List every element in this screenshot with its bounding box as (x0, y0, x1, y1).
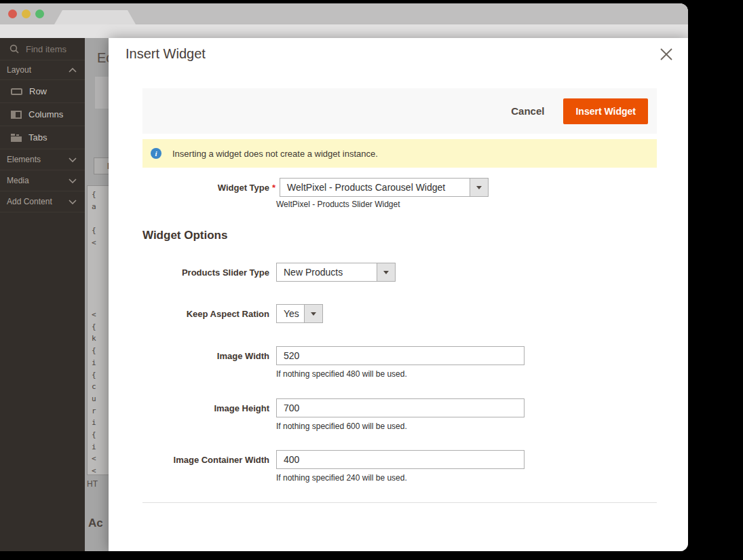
image-container-width-input[interactable] (276, 450, 525, 469)
info-icon: i (151, 148, 161, 159)
widget-type-note: WeltPixel - Products Slider Widget (276, 200, 400, 209)
products-slider-type-label: Products Slider Type (142, 267, 269, 278)
widget-type-dropdown-button[interactable] (470, 179, 488, 196)
sidebar-item-columns[interactable]: Columns (0, 103, 85, 126)
sidebar-item-label: Row (29, 86, 47, 96)
page-content: Find items Layout Row Columns (0, 38, 688, 551)
background-html-label-fragment: HT (87, 479, 98, 489)
image-height-row: Image Height (142, 398, 657, 417)
keep-aspect-ration-row: Keep Aspect Ration Yes (142, 304, 657, 323)
image-width-label: Image Width (142, 351, 269, 361)
image-height-label: Image Height (142, 403, 269, 413)
browser-titlebar (0, 3, 688, 24)
browser-window: Find items Layout Row Columns (0, 3, 688, 551)
sidebar-group-label: Media (7, 176, 29, 185)
image-width-note: If nothing specified 480 will be used. (276, 369, 407, 379)
widget-type-value: WeltPixel - Products Carousel Widget (280, 179, 470, 196)
sidebar-group-elements[interactable]: Elements (0, 149, 85, 170)
pagebuilder-sidebar: Find items Layout Row Columns (0, 38, 85, 551)
notice-banner: i Inserting a widget does not create a w… (142, 139, 657, 168)
background-button-fragment: I (94, 157, 109, 174)
sidebar-item-label: Tabs (28, 132, 47, 143)
keep-aspect-ration-dropdown-button[interactable] (304, 305, 322, 322)
keep-aspect-ration-select[interactable]: Yes (276, 304, 323, 323)
sidebar-group-add-content[interactable]: Add Content (0, 191, 85, 212)
row-icon (11, 88, 22, 95)
image-height-note: If nothing specified 600 will be used. (276, 422, 407, 431)
dimmed-background-page: Ec I { a { < < { k { i { c u r i { i < <… (85, 38, 109, 551)
cancel-button[interactable]: Cancel (511, 105, 544, 117)
window-zoom-button[interactable] (35, 10, 44, 18)
insert-widget-modal: Insert Widget Cancel Insert Widget i Ins… (109, 38, 688, 551)
chevron-up-icon (69, 68, 77, 73)
tabs-icon (11, 134, 22, 142)
image-width-input[interactable] (276, 346, 525, 365)
products-slider-type-row: Products Slider Type New Products (142, 263, 657, 282)
browser-toolbar (0, 24, 688, 38)
sidebar-group-label: Add Content (7, 197, 52, 206)
sidebar-item-label: Columns (28, 109, 63, 119)
modal-title: Insert Widget (126, 46, 206, 62)
sidebar-item-row[interactable]: Row (0, 80, 85, 103)
image-height-input[interactable] (276, 398, 525, 417)
image-width-row: Image Width (142, 346, 657, 365)
close-icon[interactable] (658, 46, 674, 62)
background-panel-fragment (95, 77, 109, 109)
keep-aspect-ration-label: Keep Aspect Ration (142, 309, 269, 319)
products-slider-type-select[interactable]: New Products (276, 263, 396, 282)
chevron-down-icon (69, 179, 77, 183)
image-container-width-label: Image Container Width (142, 455, 269, 465)
window-minimize-button[interactable] (22, 10, 31, 18)
required-mark: * (272, 183, 275, 193)
sidebar-group-label: Layout (7, 65, 31, 75)
notice-text: Inserting a widget does not create a wid… (172, 149, 378, 159)
sidebar-group-label: Elements (7, 155, 41, 164)
keep-aspect-ration-value: Yes (277, 305, 304, 322)
products-slider-type-dropdown-button[interactable] (377, 263, 395, 281)
search-icon (9, 44, 19, 54)
chevron-down-icon (69, 157, 77, 162)
sidebar-search-placeholder: Find items (26, 44, 66, 54)
widget-type-select[interactable]: WeltPixel - Products Carousel Widget (280, 178, 489, 197)
sidebar-group-media[interactable]: Media (0, 170, 85, 191)
browser-tab[interactable] (54, 10, 136, 24)
sidebar-search[interactable]: Find items (0, 38, 85, 60)
background-heading-fragment: Ec (97, 50, 109, 66)
caret-down-icon (311, 312, 316, 316)
chevron-down-icon (69, 200, 77, 204)
background-advanced-heading-fragment: Ac (88, 517, 103, 530)
image-container-width-row: Image Container Width (142, 450, 657, 469)
modal-divider (142, 502, 657, 503)
background-code-textarea-fragment: { a { < < { k { i { c u r i { i < < (87, 185, 109, 475)
widget-type-row: Widget Type * WeltPixel - Products Carou… (142, 178, 657, 197)
caret-down-icon (383, 271, 389, 274)
widget-options-heading: Widget Options (142, 229, 227, 242)
image-container-width-note: If nothing specified 240 will be used. (276, 473, 407, 483)
columns-icon (11, 111, 22, 119)
window-close-button[interactable] (8, 10, 17, 18)
insert-widget-button[interactable]: Insert Widget (563, 98, 648, 124)
modal-action-bar: Cancel Insert Widget (142, 88, 657, 134)
widget-type-label: Widget Type (142, 183, 269, 193)
caret-down-icon (476, 186, 482, 189)
sidebar-group-layout[interactable]: Layout (0, 60, 85, 80)
products-slider-type-value: New Products (277, 263, 377, 281)
sidebar-item-tabs[interactable]: Tabs (0, 126, 85, 149)
